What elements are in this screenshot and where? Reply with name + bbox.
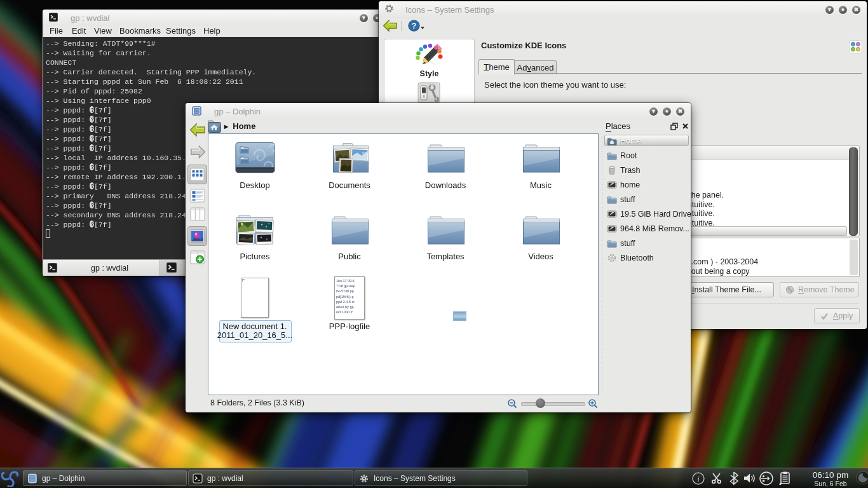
svg-text:i: i — [697, 474, 700, 484]
svg-text:?: ? — [412, 22, 417, 30]
